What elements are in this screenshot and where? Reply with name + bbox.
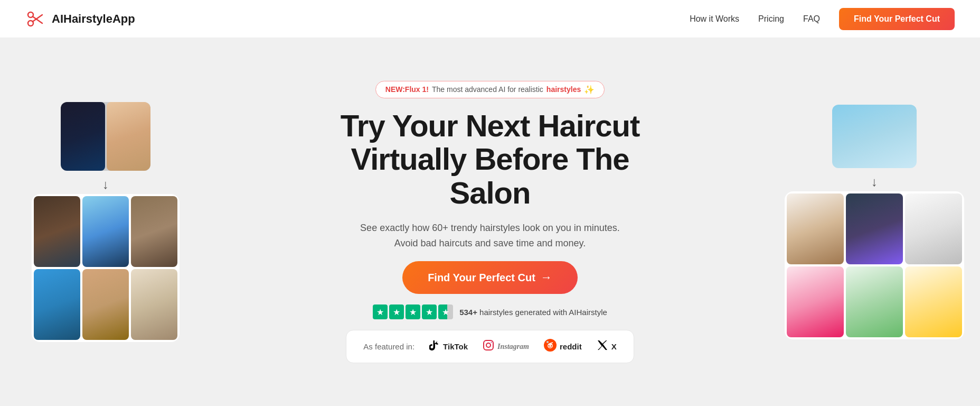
navbar: AIHairstyleApp How it Works Pricing FAQ … bbox=[0, 0, 980, 38]
tiktok-icon bbox=[429, 340, 440, 353]
right-grid-cell-4 bbox=[787, 266, 844, 337]
grid-cell-3 bbox=[131, 196, 177, 267]
grid-cell-1 bbox=[34, 196, 80, 267]
tiktok-brand: TikTok bbox=[429, 340, 468, 353]
svg-line-2 bbox=[33, 16, 43, 23]
nav-faq[interactable]: FAQ bbox=[803, 14, 820, 24]
grid-cell-2 bbox=[82, 196, 129, 267]
hero-cta-arrow: → bbox=[541, 271, 552, 284]
star-5-half: ★ bbox=[438, 304, 453, 319]
star-1: ★ bbox=[373, 304, 388, 319]
tiktok-label: TikTok bbox=[443, 342, 468, 351]
reddit-brand: reddit bbox=[544, 339, 582, 354]
stars-number: 534+ bbox=[459, 308, 477, 317]
featured-bar: As featured in: TikTok bbox=[346, 330, 634, 363]
hero-cta-button[interactable]: Find Your Perfect Cut → bbox=[402, 261, 578, 294]
hero-cta-label: Find Your Perfect Cut bbox=[428, 272, 535, 284]
featured-label: As featured in: bbox=[363, 342, 414, 351]
right-grid-cell-3 bbox=[905, 193, 962, 264]
right-photo-grid bbox=[785, 191, 964, 339]
x-label: X bbox=[611, 342, 617, 351]
grid-cell-4 bbox=[34, 269, 80, 340]
svg-point-11 bbox=[552, 342, 555, 345]
hero-title: Try Your Next Haircut Virtually Before T… bbox=[310, 109, 670, 210]
new-badge: NEW:Flux 1! The most advanced AI for rea… bbox=[375, 81, 605, 98]
badge-highlight: hairstyles bbox=[546, 85, 581, 94]
svg-point-12 bbox=[546, 341, 549, 343]
nav-how-it-works[interactable]: How it Works bbox=[690, 14, 739, 24]
reddit-label: reddit bbox=[560, 342, 582, 351]
left-before-photo bbox=[61, 102, 150, 171]
right-before-photo bbox=[832, 105, 917, 168]
hero-subtitle: See exactly how 60+ trendy hairstyles lo… bbox=[360, 220, 620, 251]
hero-subtitle-line1: See exactly how 60+ trendy hairstyles lo… bbox=[360, 223, 620, 233]
hero-subtitle-line2: Avoid bad haircuts and save time and mon… bbox=[394, 238, 586, 248]
hero-center: NEW:Flux 1! The most advanced AI for rea… bbox=[310, 81, 670, 364]
hero-section: ↓ ↓ NEW:Flux 1! The most advanced AI for… bbox=[0, 38, 980, 406]
stars-count: 534+ hairstyles generated with AIHairsty… bbox=[459, 308, 607, 317]
star-rating: ★ ★ ★ ★ ★ bbox=[373, 304, 453, 319]
left-photo-grid bbox=[32, 194, 180, 342]
stars-row: ★ ★ ★ ★ ★ 534+ hairstyles generated with… bbox=[373, 304, 607, 319]
hero-title-line2: Virtually Before The Salon bbox=[351, 142, 629, 210]
badge-text: The most advanced AI for realistic bbox=[432, 85, 543, 94]
nav-cta-button[interactable]: Find Your Perfect Cut bbox=[839, 8, 955, 30]
svg-point-9 bbox=[548, 345, 549, 346]
svg-line-3 bbox=[33, 15, 43, 22]
svg-point-5 bbox=[486, 343, 491, 347]
instagram-brand: Instagram bbox=[483, 339, 529, 354]
badge-sparkle: ✨ bbox=[584, 85, 595, 95]
svg-point-6 bbox=[491, 342, 492, 343]
logo[interactable]: AIHairstyleApp bbox=[25, 8, 135, 30]
instagram-label: Instagram bbox=[497, 343, 529, 351]
svg-point-10 bbox=[551, 345, 552, 346]
right-grid-cell-2 bbox=[846, 193, 903, 264]
right-grid-cell-5 bbox=[846, 266, 903, 337]
x-twitter-icon bbox=[597, 339, 608, 354]
svg-rect-4 bbox=[484, 340, 493, 350]
nav-links: How it Works Pricing FAQ Find Your Perfe… bbox=[690, 8, 955, 30]
left-arrow: ↓ bbox=[102, 177, 109, 192]
star-3: ★ bbox=[406, 304, 420, 319]
reddit-icon bbox=[544, 339, 557, 354]
instagram-icon bbox=[483, 339, 494, 354]
right-photo-panel: ↓ bbox=[769, 38, 980, 406]
stars-label: hairstyles generated with AIHairstyle bbox=[477, 308, 607, 317]
right-grid-cell-6 bbox=[905, 266, 962, 337]
badge-new-label: NEW:Flux 1! bbox=[385, 85, 429, 94]
scissors-icon bbox=[25, 8, 46, 30]
star-2: ★ bbox=[389, 304, 404, 319]
hero-title-line1: Try Your Next Haircut bbox=[341, 108, 640, 143]
x-brand: X bbox=[597, 339, 617, 354]
right-grid-cell-1 bbox=[787, 193, 844, 264]
grid-cell-5 bbox=[82, 269, 129, 340]
star-4: ★ bbox=[422, 304, 437, 319]
left-photo-panel: ↓ bbox=[0, 38, 211, 406]
nav-pricing[interactable]: Pricing bbox=[758, 14, 784, 24]
grid-cell-6 bbox=[131, 269, 177, 340]
logo-label: AIHairstyleApp bbox=[52, 12, 135, 26]
right-arrow: ↓ bbox=[871, 174, 878, 189]
